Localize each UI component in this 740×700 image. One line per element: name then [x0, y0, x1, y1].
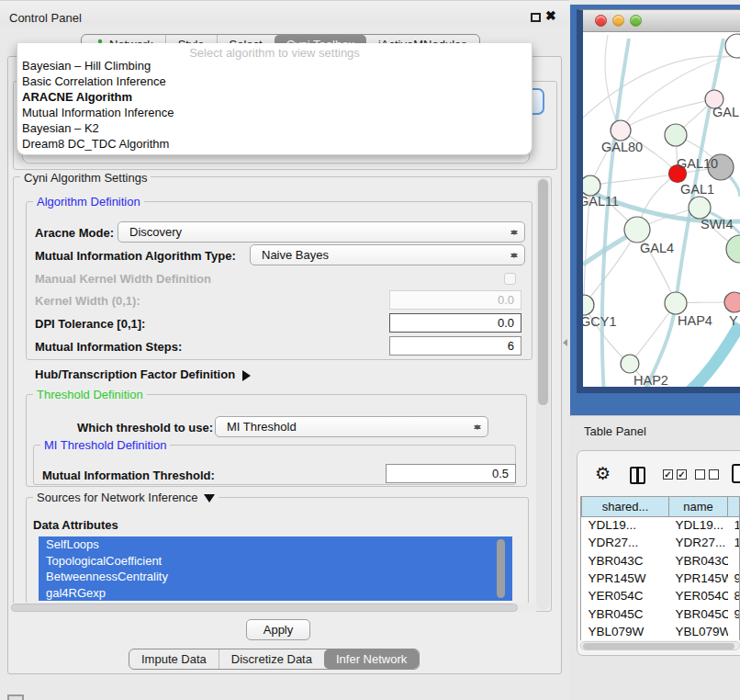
close-traffic-light[interactable] [595, 15, 607, 27]
algorithm-option[interactable]: Bayesian – K2 [17, 120, 532, 136]
node-hap2[interactable] [621, 355, 639, 373]
tab-infer-network[interactable]: Infer Network [324, 649, 419, 669]
node-gal80[interactable] [611, 120, 631, 141]
table-cell: YDR27... [582, 534, 669, 551]
manual-kernel-checkbox[interactable] [504, 273, 516, 285]
algorithm-dropdown-list: Select algorithm to view settings Bayesi… [17, 43, 533, 155]
mi-type-label: Mutual Information Algorithm Type: [35, 249, 236, 263]
node-gal4[interactable] [624, 217, 650, 243]
manual-kernel-label: Manual Kernel Width Definition [35, 272, 211, 286]
apply-button[interactable]: Apply [246, 619, 310, 640]
table-row[interactable]: YBL079WYBL079W [582, 623, 740, 640]
network-view-window: GALGAL80GAL10GAL1GAL11SWI4GAL4GCY1HAP4YH… [577, 9, 740, 393]
deselect-all-checkbox-icon[interactable] [695, 469, 705, 480]
aracne-mode-select[interactable]: Discovery [118, 221, 525, 243]
node-hap4[interactable] [665, 292, 687, 314]
column-header-shared-name[interactable]: shared... [582, 497, 669, 516]
sources-collapse-header[interactable]: Sources for Network Inference [33, 491, 219, 508]
table-cell: YER054C [582, 587, 669, 604]
control-panel-title: Control Panel [9, 11, 82, 25]
attribute-item[interactable]: BetweennessCentrality [39, 569, 512, 585]
table-row[interactable]: YBR045CYBR045C9. [582, 604, 740, 622]
table-row[interactable]: YDL19...YDL19...13 [582, 516, 740, 534]
vertical-scrollbar-thumb[interactable] [538, 179, 548, 405]
attribute-item[interactable]: SelfLoops [39, 536, 512, 553]
tab-impute-data[interactable]: Impute Data [129, 649, 219, 669]
kernel-width-label: Kernel Width (0,1): [35, 294, 140, 308]
node-label: GAL4 [640, 241, 674, 255]
node[interactable] [726, 235, 740, 263]
node-attribute-table: shared... name A YDL19...YDL19...13YDR27… [580, 496, 740, 640]
algorithm-option[interactable]: Basic Correlation Inference [17, 73, 532, 89]
node[interactable] [725, 34, 740, 58]
table-cell: YDL19... [582, 516, 669, 534]
node-gal10[interactable] [665, 124, 687, 146]
control-panel-titlebar: Control Panel ✖ [0, 0, 569, 25]
algorithm-option[interactable]: Dream8 DC_TDC Algorithm [17, 136, 532, 152]
node-label: GCY1 [583, 314, 617, 329]
float-window-icon[interactable] [531, 13, 541, 22]
minimized-panel-chip[interactable] [7, 694, 24, 700]
attribute-item[interactable]: TopologicalCoefficient [39, 553, 512, 570]
horizontal-scrollbar-thumb[interactable] [11, 604, 518, 612]
expander-arrow-icon [242, 370, 256, 381]
network-edges [583, 35, 740, 387]
table-cell: YBR043C [669, 552, 728, 570]
list-scrollbar[interactable] [497, 539, 505, 598]
node-gal11[interactable] [583, 175, 600, 196]
table-cell: YDL19... [669, 516, 728, 534]
table-row[interactable]: YDR27...YDR27...12 [582, 534, 740, 551]
network-window-titlebar[interactable] [583, 10, 740, 32]
kernel-width-field[interactable]: 0.0 [389, 290, 521, 310]
zoom-traffic-light[interactable] [630, 15, 642, 27]
gear-icon[interactable]: ⚙ [595, 464, 611, 484]
which-threshold-select[interactable]: MI Threshold [215, 416, 488, 437]
column-browser-icon[interactable] [630, 467, 645, 484]
table-cell: 9. [728, 570, 740, 587]
stepper-arrows-icon [510, 225, 518, 240]
node-label: GAL80 [601, 140, 643, 154]
deselect-all-checkbox-icon[interactable] [709, 469, 719, 480]
mi-steps-field[interactable]: 6 [389, 336, 521, 356]
mi-steps-label: Mutual Information Steps: [35, 340, 182, 354]
attribute-item[interactable]: gal4RGexp [39, 585, 512, 602]
node-label: HAP2 [633, 373, 668, 387]
node-label: SWI4 [701, 217, 733, 231]
dpi-tolerance-field[interactable]: 0.0 [389, 313, 521, 333]
column-header-name[interactable]: name [669, 497, 728, 516]
node-label: GAL11 [583, 194, 619, 209]
threshold-definition-title: Threshold Definition [33, 388, 147, 401]
table-cell [728, 623, 740, 640]
close-icon[interactable]: ✖ [545, 8, 556, 23]
hub-expander[interactable]: Hub/Transcription Factor Definition [35, 367, 256, 381]
algorithm-option-selected[interactable]: ARACNE Algorithm [17, 89, 532, 105]
minimize-traffic-light[interactable] [612, 15, 624, 27]
network-canvas[interactable]: GALGAL80GAL10GAL1GAL11SWI4GAL4GCY1HAP4YH… [583, 33, 740, 387]
table-cell: YBR043C [582, 552, 669, 570]
algorithm-option[interactable]: Bayesian – Hill Climbing [17, 58, 532, 73]
tab-discretize-data[interactable]: Discretize Data [219, 649, 324, 669]
table-cell: YDR27... [669, 534, 728, 551]
table-cell: YBR045C [669, 604, 728, 622]
table-mode-icon[interactable] [732, 464, 740, 483]
panel-divider-handle[interactable] [559, 339, 567, 346]
algorithm-option[interactable]: Mutual Information Inference [17, 105, 532, 120]
select-all-checkbox-icon[interactable]: ✓ [663, 469, 673, 480]
dropdown-prompt: Select algorithm to view settings [17, 43, 532, 58]
node-y[interactable] [724, 292, 740, 312]
mi-type-select[interactable]: Naive Bayes [250, 244, 525, 265]
table-cell: YBR045C [582, 604, 669, 622]
table-hscrollbar-thumb[interactable] [583, 643, 734, 649]
column-header-partial[interactable]: A [728, 497, 740, 516]
node-swi4[interactable] [689, 197, 711, 219]
table-cell: 9. [728, 604, 740, 622]
algorithm-definition-title: Algorithm Definition [33, 195, 144, 209]
node-gcy1[interactable] [583, 295, 594, 315]
mi-threshold-label: Mutual Information Threshold: [42, 469, 215, 482]
table-row[interactable]: YPR145WYPR145W9. [582, 570, 740, 587]
stepper-arrows-icon [510, 248, 518, 263]
table-row[interactable]: YBR043CYBR043C [582, 552, 740, 570]
mi-threshold-field[interactable]: 0.5 [386, 464, 516, 483]
select-all-checkbox-icon[interactable]: ✓ [677, 469, 687, 480]
table-row[interactable]: YER054CYER054C8. [582, 587, 740, 604]
